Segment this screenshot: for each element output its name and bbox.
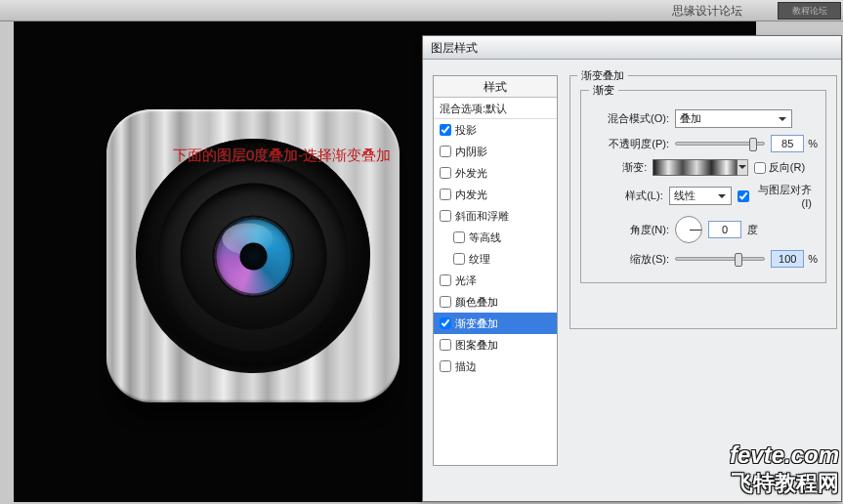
style-select[interactable]: 线性 bbox=[669, 187, 733, 205]
scale-label: 缩放(S): bbox=[589, 252, 669, 267]
gradient-picker-caret[interactable] bbox=[738, 159, 747, 176]
reverse-check-input[interactable] bbox=[754, 162, 766, 174]
style-item-label-5: 等高线 bbox=[469, 231, 501, 245]
style-label: 样式(L): bbox=[589, 189, 663, 203]
watermark-site: 飞特教程网 bbox=[732, 469, 839, 498]
blend-mode-select[interactable]: 叠加 bbox=[675, 109, 792, 128]
corner-badge: 教程论坛 bbox=[778, 2, 841, 20]
style-item-check-11[interactable] bbox=[440, 360, 451, 372]
style-item-label-2: 外发光 bbox=[455, 166, 487, 181]
scale-slider[interactable] bbox=[675, 257, 765, 261]
angle-unit: 度 bbox=[747, 223, 758, 237]
lens-ring-3 bbox=[180, 183, 326, 329]
lens-ring-2 bbox=[158, 161, 349, 352]
scale-thumb[interactable] bbox=[735, 253, 742, 267]
gradient-overlay-group: 渐变叠加 渐变 混合模式(O): 叠加 不透明度(P): 85 % bbox=[569, 75, 837, 329]
style-item-label-9: 渐变叠加 bbox=[455, 316, 498, 331]
style-item-4[interactable]: 斜面和浮雕 bbox=[434, 205, 557, 227]
style-item-label-7: 光泽 bbox=[455, 273, 477, 288]
blend-options-default[interactable]: 混合选项:默认 bbox=[434, 98, 557, 119]
style-value: 线性 bbox=[674, 189, 695, 203]
annotation-text: 下面的图层0度叠加-选择渐变叠加 bbox=[173, 147, 391, 165]
gradient-label: 渐变: bbox=[589, 160, 647, 175]
layer-style-dialog: 图层样式 样式 混合选项:默认 投影内阴影外发光内发光斜面和浮雕等高线纹理光泽颜… bbox=[422, 35, 842, 502]
style-item-check-0[interactable] bbox=[440, 124, 451, 136]
styles-header[interactable]: 样式 bbox=[434, 76, 557, 98]
style-item-6[interactable]: 纹理 bbox=[434, 248, 557, 270]
styles-list-panel: 样式 混合选项:默认 投影内阴影外发光内发光斜面和浮雕等高线纹理光泽颜色叠加渐变… bbox=[433, 75, 558, 466]
style-item-check-3[interactable] bbox=[440, 189, 451, 200]
style-item-8[interactable]: 颜色叠加 bbox=[434, 291, 557, 313]
forum-name: 思缘设计论坛 bbox=[672, 3, 742, 20]
reverse-label: 反向(R) bbox=[769, 160, 805, 175]
style-item-2[interactable]: 外发光 bbox=[434, 162, 557, 184]
opacity-unit: % bbox=[808, 138, 818, 149]
blend-mode-value: 叠加 bbox=[680, 111, 701, 126]
style-item-0[interactable]: 投影 bbox=[434, 119, 557, 141]
style-item-7[interactable]: 光泽 bbox=[434, 270, 557, 291]
style-item-5[interactable]: 等高线 bbox=[434, 227, 557, 248]
reverse-checkbox[interactable]: 反向(R) bbox=[754, 160, 812, 175]
gradient-swatch[interactable] bbox=[653, 159, 738, 176]
angle-label: 角度(N): bbox=[589, 223, 669, 237]
inner-group-title: 渐变 bbox=[589, 83, 618, 98]
opacity-input[interactable]: 85 bbox=[771, 135, 804, 152]
style-item-label-6: 纹理 bbox=[469, 252, 490, 267]
align-check-input[interactable] bbox=[738, 190, 749, 202]
style-item-check-5[interactable] bbox=[453, 231, 465, 243]
style-item-check-1[interactable] bbox=[440, 146, 451, 157]
style-item-9[interactable]: 渐变叠加 bbox=[434, 313, 557, 334]
align-label: 与图层对齐(I) bbox=[752, 183, 812, 209]
style-item-label-3: 内发光 bbox=[455, 188, 487, 202]
style-item-check-9[interactable] bbox=[440, 317, 451, 329]
watermark-url: fevte.com bbox=[730, 441, 839, 469]
style-item-label-11: 描边 bbox=[455, 359, 477, 374]
opacity-slider[interactable] bbox=[675, 142, 765, 146]
style-item-check-6[interactable] bbox=[453, 253, 465, 265]
dialog-title[interactable]: 图层样式 bbox=[423, 36, 841, 60]
angle-dial[interactable] bbox=[675, 216, 702, 243]
angle-input[interactable]: 0 bbox=[708, 221, 741, 238]
style-item-3[interactable]: 内发光 bbox=[434, 184, 557, 205]
scale-unit: % bbox=[808, 253, 818, 265]
style-item-check-4[interactable] bbox=[440, 210, 451, 222]
style-item-10[interactable]: 图案叠加 bbox=[434, 334, 557, 356]
style-item-label-10: 图案叠加 bbox=[455, 338, 498, 353]
group-title: 渐变叠加 bbox=[577, 68, 628, 83]
style-item-check-2[interactable] bbox=[440, 167, 451, 179]
blend-mode-label: 混合模式(O): bbox=[589, 111, 669, 126]
style-item-label-1: 内阴影 bbox=[455, 145, 487, 159]
style-item-check-8[interactable] bbox=[440, 296, 451, 308]
style-item-label-4: 斜面和浮雕 bbox=[455, 209, 509, 224]
opacity-thumb[interactable] bbox=[749, 138, 757, 151]
lens-outer-ring bbox=[136, 139, 370, 373]
lens-glass bbox=[214, 217, 292, 295]
opacity-label: 不透明度(P): bbox=[589, 137, 669, 151]
scale-input[interactable]: 100 bbox=[771, 250, 804, 268]
style-item-11[interactable]: 描边 bbox=[434, 356, 557, 377]
align-checkbox[interactable]: 与图层对齐(I) bbox=[738, 183, 812, 209]
style-item-1[interactable]: 内阴影 bbox=[434, 141, 557, 162]
style-item-check-7[interactable] bbox=[440, 274, 451, 286]
style-item-label-8: 颜色叠加 bbox=[455, 295, 498, 310]
style-item-check-10[interactable] bbox=[440, 339, 451, 351]
style-item-label-0: 投影 bbox=[455, 123, 477, 138]
